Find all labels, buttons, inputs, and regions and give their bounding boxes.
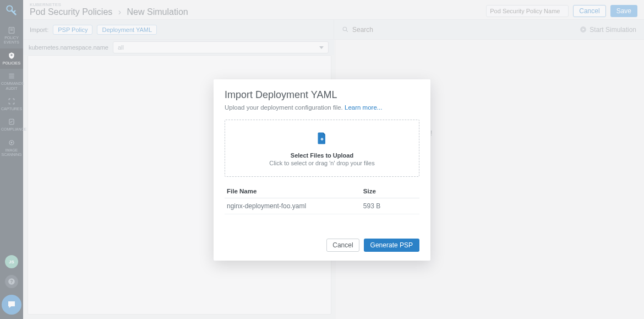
svg-rect-18 bbox=[321, 138, 323, 140]
dropzone-subtitle: Click to select or drag 'n' drop your fi… bbox=[231, 160, 413, 166]
modal-subtitle: Upload your deployment configuration fil… bbox=[225, 104, 343, 111]
file-upload-icon bbox=[317, 132, 327, 144]
modal-cancel-button[interactable]: Cancel bbox=[326, 239, 359, 252]
file-dropzone[interactable]: Select Files to Upload Click to select o… bbox=[225, 120, 419, 177]
generate-psp-button[interactable]: Generate PSP bbox=[364, 239, 419, 252]
col-size: Size bbox=[361, 185, 419, 198]
dropzone-title: Select Files to Upload bbox=[231, 152, 413, 159]
uploaded-files-table: File Name Size nginx-deployment-foo.yaml… bbox=[225, 185, 419, 214]
modal-title: Import Deployment YAML bbox=[225, 89, 419, 101]
import-yaml-modal: Import Deployment YAML Upload your deplo… bbox=[214, 79, 430, 261]
learn-more-link[interactable]: Learn more... bbox=[345, 104, 382, 111]
file-size-cell: 593 B bbox=[361, 198, 419, 214]
file-name-cell: nginx-deployment-foo.yaml bbox=[225, 198, 361, 214]
col-file-name: File Name bbox=[225, 185, 361, 198]
table-row: nginx-deployment-foo.yaml 593 B bbox=[225, 198, 419, 214]
